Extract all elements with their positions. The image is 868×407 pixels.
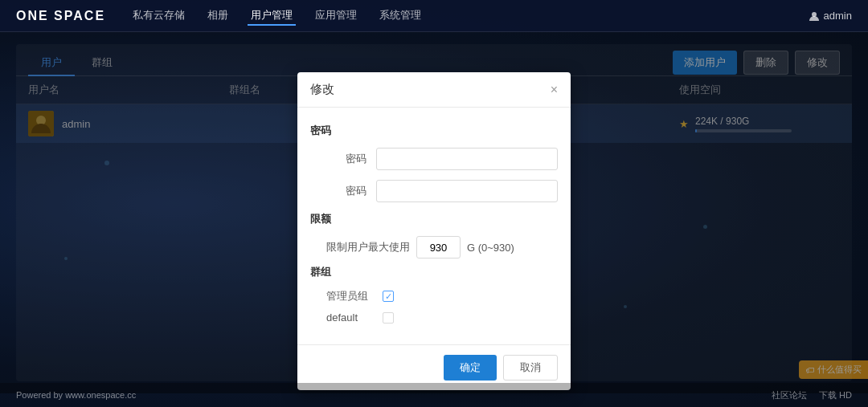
password-section-title: 密码 bbox=[310, 124, 558, 138]
nav-item-system[interactable]: 系统管理 bbox=[376, 6, 424, 26]
footer-link-download[interactable]: 下载 HD bbox=[819, 389, 852, 401]
nav-item-storage[interactable]: 私有云存储 bbox=[129, 6, 188, 26]
modal-close-button[interactable]: × bbox=[551, 83, 558, 97]
username-display: admin bbox=[824, 10, 852, 22]
group-section-title: 群组 bbox=[310, 265, 558, 279]
nav-item-users[interactable]: 用户管理 bbox=[248, 6, 296, 26]
group-row-default: default bbox=[310, 311, 558, 324]
footer: Powered by www.onespace.cc 社区论坛 下载 HD bbox=[0, 383, 868, 407]
password-label-2: 密码 bbox=[326, 184, 366, 198]
quota-row: 限制用户最大使用 G (0~930) bbox=[310, 236, 558, 258]
brand-logo: ONE SPACE bbox=[16, 9, 105, 23]
password-field-2: 密码 bbox=[310, 180, 558, 202]
footer-link-forum[interactable]: 社区论坛 bbox=[772, 389, 807, 401]
quota-label: 限制用户最大使用 bbox=[326, 240, 410, 254]
nav-item-album[interactable]: 相册 bbox=[204, 6, 231, 26]
password-input-1[interactable] bbox=[376, 148, 558, 170]
quota-input[interactable] bbox=[416, 236, 461, 258]
confirm-button[interactable]: 确定 bbox=[444, 355, 497, 381]
navbar: ONE SPACE 私有云存储 相册 用户管理 应用管理 系统管理 admin bbox=[0, 0, 868, 32]
footer-links: 社区论坛 下载 HD bbox=[772, 389, 852, 401]
cancel-button[interactable]: 取消 bbox=[503, 355, 558, 381]
user-icon bbox=[809, 10, 820, 22]
password-input-2[interactable] bbox=[376, 180, 558, 202]
user-menu[interactable]: admin bbox=[809, 10, 852, 22]
modal-header: 修改 × bbox=[297, 72, 571, 108]
group-checkbox-admin[interactable] bbox=[383, 291, 394, 302]
nav-menu: 私有云存储 相册 用户管理 应用管理 系统管理 bbox=[129, 6, 809, 26]
nav-item-apps[interactable]: 应用管理 bbox=[312, 6, 360, 26]
main-content: 用户 群组 添加用户 删除 修改 用户名 群组名 使用空间 admin ★ bbox=[16, 44, 852, 381]
modal-dialog: 修改 × 密码 密码 密码 限额 限制用户最大使用 bbox=[297, 72, 571, 390]
group-name-default: default bbox=[326, 311, 383, 324]
quota-hint: G (0~930) bbox=[467, 242, 514, 254]
password-label-1: 密码 bbox=[326, 152, 366, 166]
powered-by: Powered by www.onespace.cc bbox=[16, 390, 136, 400]
group-checkbox-default[interactable] bbox=[383, 312, 394, 324]
modal-title: 修改 bbox=[310, 82, 334, 97]
password-field-1: 密码 bbox=[310, 148, 558, 170]
group-name-admin: 管理员组 bbox=[326, 289, 383, 303]
modal-overlay: 修改 × 密码 密码 密码 限额 限制用户最大使用 bbox=[0, 32, 868, 393]
group-row-admin: 管理员组 bbox=[310, 289, 558, 303]
modal-body: 密码 密码 密码 限额 限制用户最大使用 G (0~930) 群组 bbox=[297, 108, 571, 344]
quota-section-title: 限额 bbox=[310, 212, 558, 226]
